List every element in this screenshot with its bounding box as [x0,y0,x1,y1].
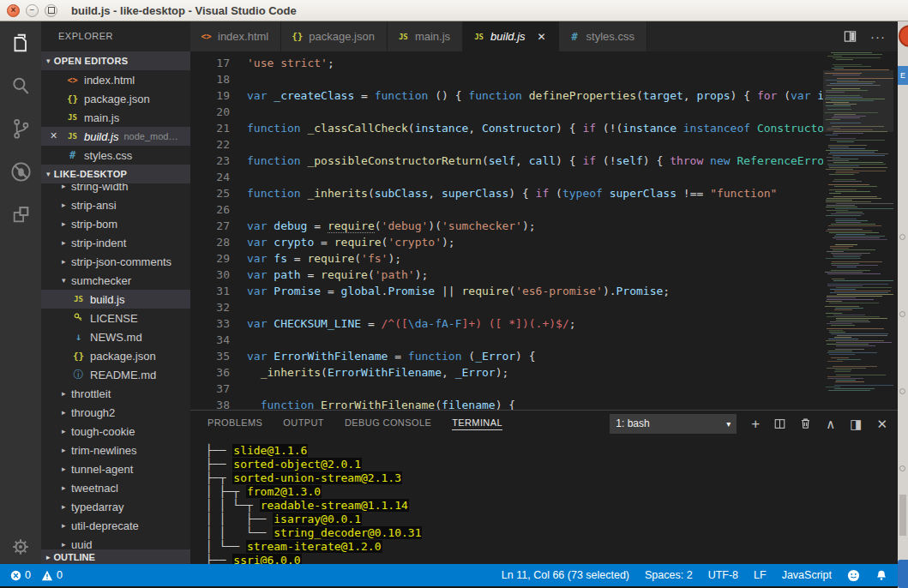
indentation[interactable]: Spaces: 2 [645,569,693,581]
minimap-line [825,272,863,273]
tab-styles.css[interactable]: #styles.css [559,21,647,51]
minimap[interactable] [823,51,893,410]
window-close-button[interactable]: × [7,4,20,17]
tree-item-util-deprecate[interactable]: ▸util-deprecate [41,516,190,535]
tree-item-LICENSE[interactable]: LICENSE [41,309,190,327]
open-editor-index.html[interactable]: <>index.html [41,70,190,89]
tree-item-tweetnacl[interactable]: ▸tweetnacl [41,478,190,497]
panel-tab-debug-console[interactable]: DEBUG CONSOLE [345,417,431,429]
chevron-collapsed-icon: ▸ [62,427,71,435]
tree-item-trim-newlines[interactable]: ▸trim-newlines [41,441,190,459]
new-terminal-icon[interactable]: + [751,417,760,431]
toggle-panel-position-icon[interactable]: ◨ [850,417,862,430]
tree-item-build.js[interactable]: JSbuild.js [41,290,190,309]
kill-terminal-icon[interactable] [800,417,811,429]
open-editor-styles.css[interactable]: #styles.css [41,146,190,165]
close-editor-icon[interactable]: ✕ [50,130,57,141]
minimap-line [829,332,846,333]
cursor-position[interactable]: Ln 11, Col 66 (73 selected) [502,569,629,581]
tree-item-through2[interactable]: ▸through2 [41,403,190,422]
tree-item-strip-bom[interactable]: ▸strip-bom [41,214,190,233]
tree-item-NEWS.md[interactable]: ↓NEWS.md [41,327,190,346]
close-tab-icon[interactable]: ✕ [538,31,546,43]
minimap-line [826,97,863,98]
code-line: 22 [190,136,823,153]
tree-item-typedarray[interactable]: ▸typedarray [41,497,190,516]
minimap-line [827,273,881,274]
open-editor-package.json[interactable]: {}package.json [41,89,190,108]
eol[interactable]: LF [754,569,767,581]
tab-main.js[interactable]: JSmain.js [388,21,463,51]
code-line: 25function _inherits(subClass, superClas… [190,185,823,201]
debug-icon[interactable] [0,150,41,193]
outline-section-header[interactable]: ▸ OUTLINE [41,549,190,564]
terminal-select[interactable]: 1: bash▾ [610,414,737,434]
terminal-output[interactable]: ├── slide@1.1.6├── sorted-object@2.0.1├─… [190,436,898,567]
minimap-line [836,176,877,177]
search-icon[interactable] [0,64,41,107]
tree-item-strip-ansi[interactable]: ▸strip-ansi [41,195,190,214]
problems-errors[interactable]: 0 [10,569,31,581]
window-maximize-button[interactable] [45,4,57,17]
sidebar-title: EXPLORER [41,21,190,51]
open-editors-header[interactable]: ▾ OPEN EDITORS [41,51,190,70]
tree-item-strip-json-comments[interactable]: ▸strip-json-comments [41,252,190,271]
minimap-line [826,340,884,341]
problems-warnings[interactable]: 0 [41,569,63,581]
line-number: 25 [190,185,247,201]
terminal-tree-glyphs: ├── [206,444,232,457]
tree-item-strip-indent[interactable]: ▸strip-indent [41,233,190,252]
code-line: 35var ErrorWithFilename = function (_Err… [190,348,823,364]
minimap-line [827,71,884,72]
notifications-bell-icon[interactable] [875,569,887,582]
window-minimize-button[interactable]: − [26,4,39,17]
encoding[interactable]: UTF-8 [708,569,738,581]
minimap-line [828,61,863,62]
file-icon-info: ⓘ [71,368,86,382]
extensions-icon[interactable] [0,193,41,236]
open-editor-main.js[interactable]: JSmain.js [41,108,190,127]
terminal-tree-glyphs: │ ├─┬ [206,485,246,498]
folder-section-header[interactable]: ▾ LIKE-DESKTOP [41,165,190,183]
settings-gear-icon[interactable] [0,537,41,557]
panel-tab-terminal[interactable]: TERMINAL [452,417,502,430]
explorer-icon[interactable] [0,21,41,64]
feedback-smiley-icon[interactable] [847,569,860,582]
split-editor-icon[interactable] [844,30,857,43]
minimap-line [827,328,884,329]
split-terminal-icon[interactable] [774,418,785,429]
more-actions-icon[interactable]: ··· [870,29,886,44]
code-line: 36 _inherits(ErrorWithFilename, _Error); [190,364,823,381]
minimap-line [833,275,858,276]
minimap-line [831,325,855,326]
panel-tab-output[interactable]: OUTPUT [283,417,324,429]
tab-build.js[interactable]: JSbuild.js✕ [463,21,559,51]
maximize-panel-icon[interactable]: ∧ [826,417,835,430]
background-bottom-icon [898,560,908,588]
code-line: 30var path = require('path'); [190,267,823,283]
minimap-line [830,248,849,249]
minimap-line [830,246,853,247]
panel-tab-problems[interactable]: PROBLEMS [207,417,262,429]
tab-package.json[interactable]: {}package.json [281,21,388,51]
tree-item-README.md[interactable]: ⓘREADME.md [41,365,190,384]
minimap-line [833,280,893,281]
language-mode[interactable]: JavaScript [782,569,832,581]
open-editor-build.js[interactable]: ✕JSbuild.jsnode_mod… [41,127,190,146]
tree-item-package.json[interactable]: {}package.json [41,346,190,365]
source-control-icon[interactable] [0,107,41,150]
tree-item-sumchecker[interactable]: ▾sumchecker [41,271,190,290]
minimap-line [828,339,859,339]
tree-item-tunnel-agent[interactable]: ▸tunnel-agent [41,459,190,478]
minimap-line [826,347,875,348]
tree-item-throttleit[interactable]: ▸throttleit [41,384,190,403]
file-icon-js: JS [71,295,86,303]
close-panel-icon[interactable]: ✕ [876,417,887,430]
code-editor[interactable]: 17'use strict';1819var _createClass = fu… [190,51,898,410]
minimap-line [829,193,842,194]
tree-item-tough-cookie[interactable]: ▸tough-cookie [41,422,190,441]
minimap-line [827,296,882,297]
minimap-line [833,64,862,65]
code-line: 37 [190,381,823,397]
tab-index.html[interactable]: <>index.html [190,21,281,51]
